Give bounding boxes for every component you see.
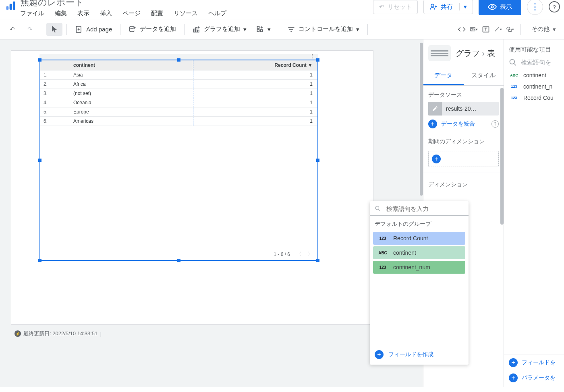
resize-handle[interactable] bbox=[38, 159, 41, 162]
chart-add-icon bbox=[193, 25, 201, 33]
table-row[interactable]: 1.Asia1 bbox=[40, 70, 317, 80]
add-page-label: Add page bbox=[86, 26, 112, 33]
undo-icon: ↶ bbox=[379, 3, 384, 10]
pencil-icon[interactable] bbox=[428, 102, 442, 116]
datasource-chip[interactable]: results-20… bbox=[428, 102, 499, 116]
eye-icon bbox=[488, 2, 497, 11]
picker-create-field[interactable]: + フィールドを作成 bbox=[370, 346, 469, 361]
svg-point-27 bbox=[472, 28, 473, 29]
add-page-button[interactable]: Add page bbox=[71, 23, 116, 36]
menu-file[interactable]: ファイル bbox=[20, 10, 44, 17]
create-field[interactable]: +フィールドを bbox=[504, 355, 564, 370]
toolbar-other[interactable]: その他 ▾ bbox=[527, 23, 560, 35]
prev-page-icon[interactable]: 〈 bbox=[297, 251, 301, 258]
picker-search-input[interactable] bbox=[386, 205, 464, 213]
tab-style[interactable]: スタイル bbox=[464, 67, 504, 85]
blend-data[interactable]: + データを統合 ? bbox=[428, 120, 499, 128]
tab-data[interactable]: データ bbox=[423, 67, 464, 85]
canvas-scrollbar[interactable] bbox=[420, 43, 423, 196]
crumb-table[interactable]: 表 bbox=[487, 49, 495, 58]
selection-tool[interactable] bbox=[46, 23, 62, 36]
resize-handle[interactable] bbox=[38, 259, 41, 262]
create-parameter[interactable]: +パラメータを bbox=[504, 370, 564, 386]
chart-type-icon[interactable] bbox=[428, 45, 451, 61]
add-control-button[interactable]: コントロールを追加 ▾ bbox=[283, 23, 363, 36]
table-chart[interactable]: continent Record Count ▼ 1.Asia12.Africa… bbox=[39, 60, 318, 261]
resize-handle[interactable] bbox=[316, 259, 319, 262]
search-placeholder: 検索語句を bbox=[521, 59, 551, 66]
help-icon[interactable]: ? bbox=[491, 120, 499, 128]
menu-view[interactable]: 表示 bbox=[77, 10, 89, 17]
picker-option[interactable]: 123continent_num bbox=[373, 261, 465, 274]
line-icon[interactable]: ▾ bbox=[494, 25, 502, 33]
menu-page[interactable]: ページ bbox=[122, 10, 141, 17]
fields-footer: +フィールドを +パラメータを bbox=[504, 355, 564, 386]
svg-rect-20 bbox=[261, 29, 263, 31]
plus-icon: + bbox=[509, 358, 518, 367]
config-tabs: データ スタイル bbox=[423, 67, 504, 86]
resize-handle[interactable] bbox=[316, 58, 319, 62]
redo-button[interactable]: ↷ bbox=[22, 23, 38, 36]
table-row[interactable]: 2.Africa1 bbox=[40, 80, 317, 89]
help-button[interactable]: ? bbox=[549, 1, 560, 12]
image-icon[interactable]: ▾ bbox=[470, 25, 478, 33]
menu-help[interactable]: ヘルプ bbox=[208, 10, 226, 17]
crumb-chart[interactable]: グラフ bbox=[456, 49, 480, 58]
field-item[interactable]: 123Record Cou bbox=[504, 92, 564, 103]
share-dropdown-icon[interactable]: ▾ bbox=[459, 3, 467, 10]
add-data-button[interactable]: データを追加 bbox=[124, 23, 180, 36]
menu-resource[interactable]: リソース bbox=[174, 10, 198, 17]
resize-handle[interactable] bbox=[177, 58, 180, 62]
view-button[interactable]: 表示 bbox=[479, 0, 521, 15]
daterange-dropzone[interactable]: + bbox=[428, 151, 499, 167]
chevron-down-icon: ▾ bbox=[267, 26, 271, 33]
svg-point-6 bbox=[491, 6, 494, 8]
menu-insert[interactable]: 挿入 bbox=[100, 10, 112, 17]
add-control-label: コントロールを追加 bbox=[299, 25, 353, 33]
undo-icon: ↶ bbox=[8, 25, 16, 33]
field-item[interactable]: 123continent_n bbox=[504, 81, 564, 92]
next-page-icon[interactable]: 〉 bbox=[308, 251, 313, 258]
row-range: 1 - 6 / 6 bbox=[274, 252, 290, 257]
section-dimension: ディメンション bbox=[423, 175, 504, 192]
resize-handle[interactable] bbox=[177, 259, 180, 262]
resize-handle[interactable] bbox=[38, 58, 41, 62]
fields-search[interactable]: 検索語句を bbox=[504, 57, 564, 70]
picker-search[interactable] bbox=[370, 201, 469, 216]
table-row[interactable]: 4.Oceania1 bbox=[40, 98, 317, 107]
canvas-area[interactable]: ⋮ continent Record Count ▼ 1.Asia12.Afri… bbox=[0, 39, 423, 387]
community-viz-button[interactable]: ▾ bbox=[252, 23, 275, 36]
menu-bar: ファイル 編集 表示 挿入 ページ 配置 リソース ヘルプ bbox=[20, 10, 226, 17]
table-row[interactable]: 6.Americas1 bbox=[40, 117, 317, 126]
title-area: 無題のレポート ファイル 編集 表示 挿入 ページ 配置 リソース ヘルプ bbox=[20, 0, 226, 17]
field-item[interactable]: ABCcontinent bbox=[504, 70, 564, 81]
header-metric[interactable]: Record Count ▼ bbox=[193, 60, 317, 70]
report-page[interactable]: ⋮ continent Record Count ▼ 1.Asia12.Afri… bbox=[11, 51, 373, 324]
picker-option[interactable]: 123Record Count bbox=[373, 232, 465, 245]
svg-line-29 bbox=[495, 27, 499, 31]
panel-header: グラフ › 表 bbox=[423, 39, 504, 67]
person-add-icon bbox=[429, 3, 438, 11]
search-icon bbox=[509, 58, 517, 66]
table-row[interactable]: 5.Europe1 bbox=[40, 107, 317, 117]
more-options-button[interactable]: ⋮ bbox=[527, 0, 543, 15]
undo-button[interactable]: ↶ bbox=[4, 23, 20, 36]
svg-rect-19 bbox=[257, 29, 259, 31]
header-dimension[interactable]: continent bbox=[70, 60, 193, 70]
filter-icon bbox=[287, 25, 295, 33]
panel-scrollbar[interactable] bbox=[500, 88, 504, 225]
menu-arrange[interactable]: 配置 bbox=[151, 10, 163, 17]
embed-icon[interactable] bbox=[458, 25, 466, 33]
shape-icon[interactable]: ▾ bbox=[506, 25, 514, 33]
menu-edit[interactable]: 編集 bbox=[55, 10, 67, 17]
chevron-down-icon: ▾ bbox=[356, 26, 359, 33]
table-body: 1.Asia12.Africa13.(not set)14.Oceania15.… bbox=[40, 70, 317, 126]
share-button[interactable]: 共有 ▾ bbox=[423, 0, 473, 14]
report-title[interactable]: 無題のレポート bbox=[20, 0, 226, 7]
resize-handle[interactable] bbox=[316, 159, 319, 162]
text-icon[interactable] bbox=[482, 25, 490, 33]
add-chart-button[interactable]: グラフを追加 ▾ bbox=[189, 23, 251, 36]
picker-option[interactable]: ABCcontinent bbox=[373, 246, 465, 259]
table-row[interactable]: 3.(not set)1 bbox=[40, 89, 317, 98]
fields-header: 使用可能な項目 bbox=[504, 39, 564, 57]
